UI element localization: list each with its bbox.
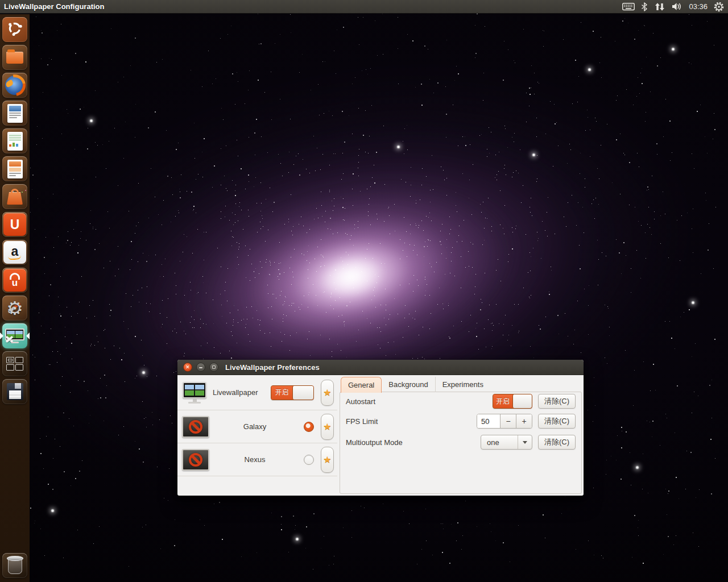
minimize-button[interactable] <box>196 363 205 372</box>
spinner-minus-button[interactable]: − <box>500 414 516 428</box>
workspace-switcher-icon <box>6 357 23 371</box>
software-center-icon <box>7 189 23 205</box>
dialog-titlebar[interactable]: LiveWallpaper Preferences <box>177 360 584 375</box>
star-icon <box>323 422 331 431</box>
multioutput-mode-label: Multioutput Mode <box>346 435 403 450</box>
session-gear-icon[interactable] <box>714 2 724 12</box>
fps-limit-value[interactable]: 50 <box>477 414 500 428</box>
favorite-button[interactable] <box>321 414 334 440</box>
libreoffice-impress-icon <box>7 160 23 178</box>
list-row-galaxy[interactable]: Galaxy <box>177 410 337 443</box>
ubuntu-one-icon: U <box>3 213 26 236</box>
active-app-title: LiveWallpaper Configuration <box>4 2 104 11</box>
chevron-down-icon <box>518 438 532 446</box>
clock[interactable]: 03:36 <box>689 2 708 11</box>
tab-general[interactable]: General <box>341 377 382 393</box>
launcher-item-music-store[interactable]: u <box>2 267 28 293</box>
launcher-item-files[interactable] <box>2 44 28 70</box>
amazon-icon: a <box>3 241 26 264</box>
spinner-plus-button[interactable]: + <box>516 414 532 428</box>
plugin-label: Galaxy <box>209 422 300 431</box>
trash-icon <box>8 558 22 574</box>
autostart-clear-button[interactable]: 清除(C) <box>538 394 576 409</box>
libreoffice-calc-icon <box>7 132 23 151</box>
launcher-item-software-center[interactable] <box>2 184 28 210</box>
star-icon <box>323 388 331 397</box>
favorite-button[interactable] <box>321 380 334 406</box>
launcher-item-workspace-switcher[interactable] <box>2 351 28 377</box>
launcher-item-calc[interactable] <box>2 128 28 154</box>
launcher-item-ubuntu-one[interactable]: U <box>2 211 28 238</box>
files-icon <box>6 52 23 64</box>
libreoffice-writer-icon <box>7 104 23 123</box>
tab-background[interactable]: Background <box>382 377 435 392</box>
system-settings-gear-icon: ⚙ <box>6 299 23 318</box>
livewallpaper-thumbnail-icon <box>182 381 207 404</box>
nexus-thumbnail-icon <box>182 449 209 471</box>
volume-icon[interactable] <box>672 2 682 11</box>
list-row-livewallpaper[interactable]: Livewallpaper 开启 <box>177 375 337 410</box>
multioutput-clear-button[interactable]: 清除(C) <box>538 435 576 450</box>
plugin-main-label: Livewallpaper <box>213 388 258 397</box>
launcher-item-livewallpaper[interactable] <box>2 323 28 349</box>
launcher-item-floppy-volume[interactable] <box>2 379 28 405</box>
launcher-item-amazon[interactable]: a <box>2 239 28 265</box>
top-panel: LiveWallpaper Configuration 03:36 <box>0 0 728 14</box>
dropdown-value: one <box>481 438 518 447</box>
launcher-item-writer[interactable] <box>2 100 28 126</box>
running-arrow-icon <box>0 332 3 339</box>
launcher-item-dash-home[interactable] <box>2 16 28 43</box>
list-row-nexus[interactable]: Nexus <box>177 443 337 476</box>
multioutput-mode-dropdown[interactable]: one <box>481 435 532 450</box>
galaxy-thumbnail-icon <box>182 416 209 438</box>
livewallpaper-icon <box>5 329 24 343</box>
network-arrows-icon[interactable] <box>654 2 665 11</box>
toggle-knob <box>512 394 532 408</box>
autostart-label: Autostart <box>346 394 375 409</box>
focused-arrow-icon <box>26 332 30 339</box>
star-icon <box>323 455 331 464</box>
livewallpaper-enable-toggle[interactable]: 开启 <box>271 385 314 400</box>
close-button[interactable] <box>183 363 192 372</box>
launcher-item-system-settings[interactable]: ⚙ <box>2 295 28 321</box>
dialog-title: LiveWallpaper Preferences <box>225 363 320 372</box>
floppy-volume-icon <box>7 383 23 400</box>
fps-limit-clear-button[interactable]: 清除(C) <box>538 414 576 429</box>
ubuntu-one-music-icon: u <box>3 269 26 292</box>
nexus-radio[interactable] <box>304 455 314 465</box>
autostart-toggle[interactable]: 开启 <box>493 394 532 409</box>
favorite-button[interactable] <box>321 447 334 473</box>
unity-launcher: U a u ⚙ <box>0 14 30 582</box>
fps-limit-spinner: 50 − + <box>477 414 532 429</box>
toggle-knob <box>292 386 313 400</box>
launcher-item-trash[interactable] <box>2 552 28 579</box>
indicator-tray: 03:36 <box>622 2 724 12</box>
launcher-item-impress[interactable] <box>2 156 28 182</box>
ubuntu-dash-icon <box>6 20 23 39</box>
plugin-label: Nexus <box>209 455 300 464</box>
launcher-item-firefox[interactable] <box>2 72 28 98</box>
plugin-list: Livewallpaper 开启 Galaxy Nexus <box>177 375 337 496</box>
fps-limit-label: FPS Limit <box>346 414 378 429</box>
maximize-button[interactable] <box>209 363 218 372</box>
firefox-icon <box>5 76 24 95</box>
bluetooth-icon[interactable] <box>641 2 648 11</box>
livewallpaper-preferences-window: LiveWallpaper Preferences Livewallpaper … <box>177 360 584 496</box>
galaxy-radio[interactable] <box>304 422 314 432</box>
tab-experiments[interactable]: Experiments <box>435 377 490 392</box>
keyboard-icon[interactable] <box>622 2 635 11</box>
tab-strip: General Background Experiments <box>341 377 490 392</box>
